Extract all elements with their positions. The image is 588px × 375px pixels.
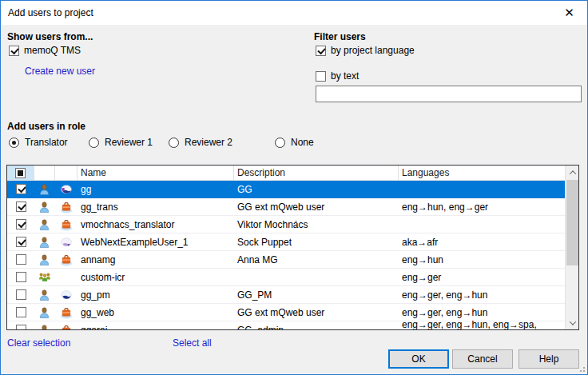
by-project-language-label: by project language	[331, 45, 415, 56]
radio-icon[interactable]	[89, 138, 99, 148]
checkbox-icon[interactable]	[16, 201, 26, 212]
user-name: gg_pm	[77, 286, 234, 303]
titlebar: Add users to project ✕	[1, 1, 587, 25]
radio-icon[interactable]	[9, 138, 19, 148]
row-checkbox[interactable]	[7, 181, 34, 197]
scroll-up-icon[interactable]	[566, 166, 579, 179]
checkbox-icon[interactable]	[316, 71, 326, 82]
row-checkbox[interactable]	[7, 216, 34, 233]
scrollbar-thumb[interactable]	[566, 180, 578, 265]
languages-column-header[interactable]: Languages	[399, 166, 565, 180]
table-row[interactable]: annamg Anna MG eng→hun	[7, 251, 565, 269]
cancel-button[interactable]: Cancel	[452, 349, 513, 369]
table-row[interactable]: ggarai GG_admin eng→ger, eng→hun, eng→sp…	[7, 321, 565, 329]
checkbox-icon[interactable]	[316, 46, 326, 56]
role-radio-reviewer-2[interactable]: Reviewer 2	[169, 137, 248, 148]
name-column-header[interactable]: Name	[77, 166, 234, 180]
user-description: GG	[234, 181, 399, 197]
user-icon	[38, 324, 51, 330]
by-text-label: by text	[331, 70, 359, 82]
checkbox-icon[interactable]	[16, 219, 26, 229]
table-row[interactable]: gg_trans GG ext mQweb user eng→hun, eng→…	[7, 198, 565, 216]
row-type-icon-cell	[55, 216, 77, 233]
row-user-icon-cell	[34, 216, 55, 233]
text-filter-input[interactable]	[316, 86, 582, 102]
table-row[interactable]: WebNextExampleUser_1 Sock Puppet aka→afr	[7, 233, 565, 251]
filter-users-heading: Filter users	[314, 31, 366, 42]
user-icon	[38, 306, 51, 319]
cloud-blue-icon	[60, 289, 73, 301]
by-text-checkbox[interactable]: by text	[316, 70, 359, 82]
user-description: GG_PM	[234, 286, 399, 303]
user-languages	[399, 181, 565, 197]
row-user-icon-cell	[34, 321, 55, 329]
row-checkbox[interactable]	[7, 233, 34, 250]
checkbox-icon[interactable]	[16, 289, 26, 300]
checkbox-icon[interactable]	[16, 307, 26, 317]
radio-label: Reviewer 1	[105, 137, 153, 148]
role-radio-none[interactable]: None	[275, 137, 314, 148]
radio-icon[interactable]	[169, 138, 179, 148]
row-type-icon-cell	[55, 269, 77, 285]
radio-label: Translator	[25, 137, 68, 148]
row-type-icon-cell	[55, 251, 77, 268]
checkbox-icon[interactable]	[16, 184, 26, 194]
user-name: annamg	[77, 251, 234, 268]
checkbox-icon[interactable]	[15, 168, 26, 178]
row-checkbox[interactable]	[7, 286, 34, 303]
row-checkbox[interactable]	[7, 269, 34, 285]
vertical-scrollbar[interactable]	[565, 166, 578, 329]
select-all-header-checkbox[interactable]	[7, 166, 34, 180]
user-icon	[38, 183, 51, 196]
briefcase-icon	[60, 253, 73, 266]
close-icon[interactable]: ✕	[551, 1, 587, 24]
row-user-icon-cell	[34, 251, 55, 268]
by-project-language-checkbox[interactable]: by project language	[316, 45, 415, 56]
add-users-dialog: Add users to project ✕ Show users from..…	[0, 0, 588, 375]
type-icon-column-header[interactable]	[55, 166, 77, 180]
checkbox-icon[interactable]	[16, 237, 26, 247]
memoq-tms-label: memoQ TMS	[24, 45, 81, 56]
radio-icon[interactable]	[275, 138, 285, 148]
checkbox-icon[interactable]	[16, 272, 26, 282]
row-checkbox[interactable]	[7, 251, 34, 268]
user-description: Anna MG	[234, 251, 399, 268]
user-icon	[38, 289, 51, 301]
table-row[interactable]: custom-icr eng→ger	[7, 269, 565, 286]
user-languages: eng→ger	[399, 269, 565, 285]
user-icon	[38, 236, 51, 249]
checkbox-icon[interactable]	[16, 325, 26, 329]
briefcase-icon	[60, 201, 73, 213]
dialog-title: Add users to project	[8, 7, 93, 18]
scroll-down-icon[interactable]	[566, 316, 579, 329]
ok-button[interactable]: OK	[388, 349, 449, 369]
user-name: custom-icr	[77, 269, 234, 285]
resize-grip[interactable]	[578, 365, 585, 372]
user-languages	[399, 216, 565, 233]
user-description: GG ext mQweb user	[234, 304, 399, 321]
memoq-tms-checkbox[interactable]: memoQ TMS	[9, 45, 81, 56]
role-radio-translator[interactable]: Translator	[9, 137, 89, 148]
checkbox-icon[interactable]	[9, 46, 19, 56]
cloud-dark-icon	[60, 183, 73, 196]
table-row[interactable]: vmochnacs_translator Viktor Mochnács	[7, 216, 565, 233]
table-row[interactable]: gg_pm GG_PM eng→ger, eng→hun	[7, 286, 565, 304]
user-icon-column-header[interactable]	[34, 166, 55, 180]
help-button[interactable]: Help	[518, 349, 579, 369]
row-checkbox[interactable]	[7, 304, 34, 321]
user-description: GG ext mQweb user	[234, 198, 399, 215]
description-column-header[interactable]: Description	[234, 166, 399, 180]
select-all-link[interactable]: Select all	[173, 337, 212, 349]
table-rows: gg GG gg_trans GG ext mQweb user eng→hun…	[7, 181, 565, 329]
row-user-icon-cell	[34, 198, 55, 215]
row-type-icon-cell	[55, 181, 77, 197]
clear-selection-link[interactable]: Clear selection	[7, 337, 70, 349]
create-new-user-link[interactable]: Create new user	[25, 66, 95, 77]
role-radio-reviewer-1[interactable]: Reviewer 1	[89, 137, 169, 148]
add-users-in-role-heading: Add users in role	[7, 121, 85, 132]
row-checkbox[interactable]	[7, 321, 34, 329]
row-checkbox[interactable]	[7, 198, 34, 215]
table-row[interactable]: gg GG	[7, 181, 565, 198]
checkbox-icon[interactable]	[16, 254, 26, 265]
user-name: vmochnacs_translator	[77, 216, 234, 233]
